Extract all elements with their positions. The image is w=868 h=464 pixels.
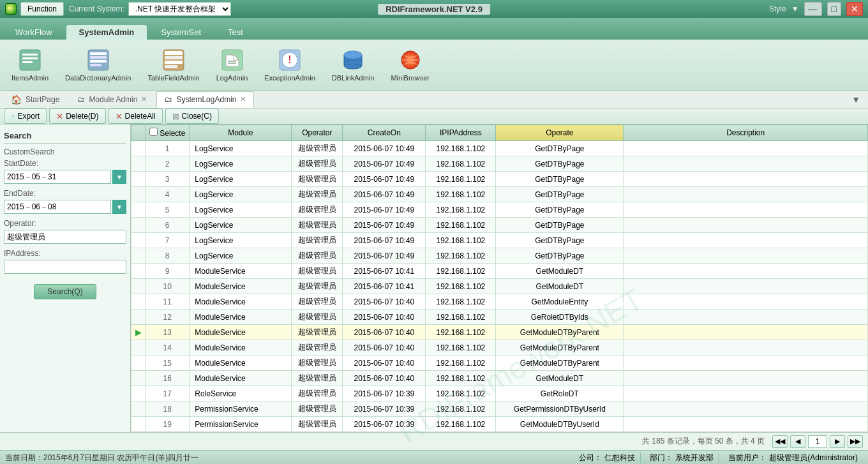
deleteall-btn[interactable]: ✕ DeleteAll — [108, 109, 163, 124]
data-table-wrap[interactable]: Selecte Module Operator CreateOn IPIPAdd… — [131, 124, 868, 432]
row-ip: 192.168.1.102 — [426, 325, 496, 340]
row-description — [624, 386, 868, 401]
function-menu-btn[interactable]: Function — [20, 2, 64, 16]
row-operate: GetModuleDT — [496, 371, 624, 386]
tool-dictionaryadmin[interactable]: DataDictionaryAdmin — [60, 46, 136, 84]
row-operator: 超级管理员 — [292, 218, 343, 233]
app-logo-icon — [5, 3, 17, 15]
row-createon: 2015-06-07 10:49 — [343, 248, 426, 264]
title-bar-left: Function Current System: .NET 快速开发整合框架 — [5, 2, 231, 16]
close-content-btn[interactable]: ⊠ Close(C) — [165, 109, 219, 124]
tab-dropdown-btn[interactable]: ▼ — [846, 94, 865, 105]
custom-search-label: CustomSearch — [4, 147, 126, 156]
enddate-input[interactable] — [4, 200, 111, 214]
table-row[interactable]: 5 LogService 超级管理员 2015-06-07 10:49 192.… — [131, 202, 868, 218]
startdate-picker-btn[interactable]: ▼ — [112, 170, 126, 184]
right-panel: Selecte Module Operator CreateOn IPIPAdd… — [131, 124, 868, 432]
row-module: RoleService — [190, 386, 292, 401]
table-row[interactable]: 14 ModuleService 超级管理员 2015-06-07 10:40 … — [131, 340, 868, 355]
style-arrow[interactable]: ▼ — [791, 4, 799, 13]
minimize-btn[interactable]: — — [804, 2, 822, 16]
table-row[interactable]: 2 LogService 超级管理员 2015-06-07 10:49 192.… — [131, 156, 868, 172]
systemlogadmin-close-btn[interactable]: ✕ — [240, 95, 246, 103]
row-operate: GetPermissionDTByUserId — [496, 401, 624, 417]
table-row[interactable]: ▶ 13 ModuleService 超级管理员 2015-06-07 10:4… — [131, 325, 868, 340]
search-btn[interactable]: Search(Q) — [34, 284, 96, 299]
table-row[interactable]: 16 ModuleService 超级管理员 2015-06-07 10:40 … — [131, 371, 868, 386]
first-page-btn[interactable]: ◀◀ — [772, 435, 788, 448]
ipaddress-label: IPAddress: — [4, 249, 126, 258]
table-row[interactable]: 1 LogService 超级管理员 2015-06-07 10:49 192.… — [131, 141, 868, 156]
tab-workflow[interactable]: WorkFlow — [3, 25, 65, 40]
table-row[interactable]: 9 ModuleService 超级管理员 2015-06-07 10:41 1… — [131, 264, 868, 279]
prev-page-btn[interactable]: ◀ — [790, 435, 805, 448]
row-module: ModuleService — [190, 325, 292, 340]
row-operator: 超级管理员 — [292, 156, 343, 172]
tool-tablefieldadmin[interactable]: TableFieldAdmin — [142, 46, 204, 84]
moduleadmin-close-btn[interactable]: ✕ — [141, 95, 147, 103]
next-page-btn[interactable]: ▶ — [830, 435, 845, 448]
tab-systemadmin[interactable]: SystemAdmin — [66, 25, 147, 40]
row-num: 4 — [146, 187, 190, 202]
table-row[interactable]: 7 LogService 超级管理员 2015-06-07 10:49 192.… — [131, 233, 868, 248]
table-row[interactable]: 15 ModuleService 超级管理员 2015-06-07 10:40 … — [131, 355, 868, 371]
table-row[interactable]: 3 LogService 超级管理员 2015-06-07 10:49 192.… — [131, 172, 868, 187]
page-tab-moduleadmin[interactable]: 🗂 Module Admin ✕ — [69, 91, 155, 108]
row-operate: GetModuleEntity — [496, 294, 624, 310]
ipaddress-input[interactable] — [4, 260, 126, 274]
table-row[interactable]: 17 RoleService 超级管理员 2015-06-07 10:39 19… — [131, 386, 868, 401]
tool-dblinkadmin[interactable]: DBLinkAdmin — [327, 46, 380, 84]
ipaddress-group: IPAddress: — [4, 249, 126, 274]
tool-itemsadmin[interactable]: ItemsAdmin — [6, 46, 54, 84]
table-row[interactable]: 6 LogService 超级管理员 2015-06-07 10:49 192.… — [131, 218, 868, 233]
row-ip: 192.168.1.102 — [426, 417, 496, 432]
operator-input[interactable] — [4, 230, 126, 244]
table-row[interactable]: 10 ModuleService 超级管理员 2015-06-07 10:41 … — [131, 279, 868, 294]
enddate-label: EndDate: — [4, 189, 126, 198]
tablefieldadmin-label: TableFieldAdmin — [147, 74, 199, 82]
row-module: LogService — [190, 218, 292, 233]
maximize-btn[interactable]: □ — [827, 2, 841, 16]
table-row[interactable]: 12 ModuleService 超级管理员 2015-06-07 10:40 … — [131, 310, 868, 325]
row-ip: 192.168.1.102 — [426, 172, 496, 187]
status-date: 当前日期：2015年6月7日星期日 农历甲午日(羊)四月廿一 — [5, 453, 198, 463]
row-operator: 超级管理员 — [292, 279, 343, 294]
tool-exceptionadmin[interactable]: ! ExceptionAdmin — [259, 46, 320, 84]
page-tab-startpage[interactable]: 🏠 StartPage — [3, 91, 68, 108]
enddate-picker-btn[interactable]: ▼ — [112, 200, 126, 214]
status-right: 公司： 仁恕科技 部门： 系统开发部 当前用户： 超级管理员(Administr… — [574, 453, 863, 463]
row-operate: GetRoleDT — [496, 386, 624, 401]
itemsadmin-icon — [19, 49, 41, 71]
dictionaryadmin-icon — [87, 49, 110, 71]
startdate-input[interactable] — [4, 170, 111, 184]
delete-icon: ✕ — [56, 112, 63, 121]
table-row[interactable]: 11 ModuleService 超级管理员 2015-06-07 10:40 … — [131, 294, 868, 310]
col-ipaddress: IPIPAddress — [426, 125, 496, 141]
tab-test[interactable]: Test — [215, 25, 256, 40]
col-createon: CreateOn — [343, 125, 426, 141]
tab-systemset[interactable]: SystemSet — [148, 25, 214, 40]
table-row[interactable]: 8 LogService 超级管理员 2015-06-07 10:49 192.… — [131, 248, 868, 264]
row-module: LogService — [190, 233, 292, 248]
table-row[interactable]: 18 PermissionService 超级管理员 2015-06-07 10… — [131, 401, 868, 417]
delete-btn[interactable]: ✕ Delete(D) — [49, 109, 105, 124]
export-btn[interactable]: ↑ Export — [4, 109, 47, 124]
row-ip: 192.168.1.102 — [426, 279, 496, 294]
last-page-btn[interactable]: ▶▶ — [848, 435, 863, 448]
tool-logadmin[interactable]: LogAdmin — [211, 46, 253, 84]
select-all-checkbox[interactable] — [149, 128, 158, 136]
svg-rect-12 — [165, 61, 183, 64]
tool-minibrowser[interactable]: MiniBrowser — [385, 46, 435, 84]
table-body: 1 LogService 超级管理员 2015-06-07 10:49 192.… — [131, 141, 868, 432]
close-btn[interactable]: ✕ — [846, 2, 863, 16]
page-number-input[interactable] — [808, 435, 827, 448]
svg-rect-0 — [20, 50, 40, 70]
startdate-wrap: ▼ — [4, 170, 126, 184]
system-select[interactable]: .NET 快速开发整合框架 — [128, 2, 231, 16]
page-tab-systemlogadmin[interactable]: 🗂 SystemLogAdmin ✕ — [156, 91, 254, 108]
startdate-label: StartDate: — [4, 159, 126, 168]
table-row[interactable]: 4 LogService 超级管理员 2015-06-07 10:49 192.… — [131, 187, 868, 202]
nav-tabs: WorkFlow SystemAdmin SystemSet Test — [0, 18, 868, 40]
table-row[interactable]: 19 PermissionService 超级管理员 2015-06-07 10… — [131, 417, 868, 432]
toolbar: ItemsAdmin DataDictionaryAdmin TableFiel… — [0, 40, 868, 91]
